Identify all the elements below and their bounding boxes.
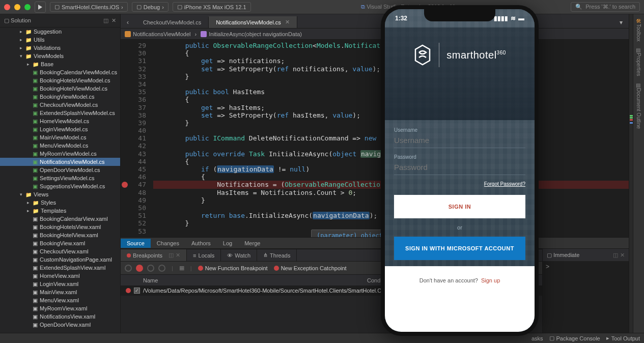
tree-item[interactable]: ▣MenuView.xaml [0,296,120,304]
tab-watch[interactable]: 👁Watch [221,249,257,261]
close-tab-icon[interactable]: ✕ [285,19,290,25]
tree-item[interactable]: ▸📁Base [0,60,120,68]
document-outline-tab[interactable]: ▤Document Outline [636,82,641,129]
expand-icon[interactable]: ▸ [18,37,23,42]
tasks-button[interactable]: asks [531,335,543,341]
bp-enable-icon[interactable] [125,265,132,272]
tab-overflow[interactable]: ▾ [618,17,629,28]
tree-item[interactable]: ▣MainView.xaml [0,288,120,296]
tree-item[interactable]: ▣HomeView.xaml [0,272,120,280]
package-console-button[interactable]: ▢Package Console [549,335,600,341]
tree-item[interactable]: ▣MainViewModel.cs [0,133,120,141]
expand-icon[interactable]: ▾ [18,53,23,59]
panel-close-icon[interactable]: ✕ [111,17,116,24]
panel-close-icon[interactable]: ✕ [176,252,180,259]
tree-item[interactable]: ▣BookingViewModel.cs [0,93,120,101]
panel-dock-icon[interactable]: ◫ [103,17,108,24]
tab-notifications[interactable]: NotificationsViewModel.cs ✕ [209,16,297,28]
subtab-merge[interactable]: Merge [238,239,266,248]
solution-tree[interactable]: ▸📁Suggestion▸📁Utils▸📁Validations▾📁ViewMo… [0,27,120,333]
expand-icon[interactable]: ▸ [25,208,31,213]
immediate-input[interactable]: > [543,261,629,333]
toolbox-tab[interactable]: 🛠Toolbox [636,18,641,41]
expand-icon[interactable]: ▸ [18,45,23,50]
sign-in-button[interactable]: SIGN IN [394,195,525,218]
new-exception-catchpoint[interactable]: New Exception Catchpoint [274,265,347,271]
username-input[interactable] [394,134,525,148]
tree-item[interactable]: ▣OpenDoorViewModel.cs [0,166,120,174]
tree-item[interactable]: ▣BookingHotelView.xaml [0,231,120,239]
expand-icon[interactable]: ▸ [25,200,31,205]
tab-locals[interactable]: ≡Locals [187,249,221,261]
tree-item[interactable]: ▸📁Validations [0,44,120,52]
tab-checkout[interactable]: CheckoutViewModel.cs [136,17,209,28]
expand-icon[interactable]: ▸ [25,62,31,67]
bp-columns-icon[interactable]: ▦ [179,265,184,271]
subtab-authors[interactable]: Authors [185,239,217,248]
tab-threads[interactable]: ⋔Threads [257,249,297,261]
properties-tab[interactable]: ▤Properties [636,47,641,76]
tool-output-button[interactable]: ▸Tool Output [606,335,640,341]
bp-delete-icon[interactable] [147,265,154,272]
tree-item[interactable]: ▣ExtendedSplashViewModel.cs [0,109,120,117]
tree-item[interactable]: ▸📁Templates [0,207,120,215]
maximize-window-icon[interactable] [24,4,31,10]
tree-item[interactable]: ▣ExtendedSplashView.xaml [0,264,120,272]
tree-item[interactable]: ▣BookingHotelViewModel.cs [0,84,120,93]
panel-close-icon[interactable]: ✕ [620,252,625,259]
close-window-icon[interactable] [4,4,10,10]
tree-item[interactable]: ▸📁Suggestion [0,27,120,36]
tree-item[interactable]: ▣BookingCalendarViewModel.cs [0,68,120,76]
bp-clear-icon[interactable] [158,265,165,272]
subtab-changes[interactable]: Changes [151,239,185,248]
global-search[interactable]: 🔍 Press '⌘.' to search [571,2,640,12]
new-function-breakpoint[interactable]: New Function Breakpoint [198,265,268,271]
tree-item[interactable]: ▣BookingHotelsView.xaml [0,223,120,231]
breakpoint-icon[interactable] [122,182,128,188]
tree-item[interactable]: ▣BookingHotelsViewModel.cs [0,76,120,84]
tree-item[interactable]: ▣NotificationsView.xaml [0,312,120,321]
tree-item[interactable]: ▣HomeViewModel.cs [0,117,120,125]
minimap[interactable] [629,14,633,333]
subtab-source[interactable]: Source [121,239,151,248]
tree-item[interactable]: ▣CustomNavigationPage.xaml [0,255,120,264]
panel-dock-icon[interactable]: ◫ [613,252,618,259]
tree-item[interactable]: ▸📁Styles [0,198,120,207]
tree-item[interactable]: ▣MyRoomView.xaml [0,304,120,312]
tree-item[interactable]: ▣SettingsViewModel.cs [0,174,120,182]
tree-item[interactable]: ▣LoginView.xaml [0,280,120,288]
panel-dock-icon[interactable]: ◫ [169,252,174,259]
minimize-window-icon[interactable] [14,4,20,10]
password-input[interactable] [394,161,525,175]
tree-item[interactable]: ▣OpenDoorView.xaml [0,321,120,329]
tree-item[interactable]: ▣LoginViewModel.cs [0,125,120,133]
ms-sign-in-button[interactable]: SIGN IN WITH MICROSOFT ACCOUNT [394,237,525,260]
tree-item-label: CheckoutView.xaml [40,248,89,254]
tree-item[interactable]: ▾📁Views [0,190,120,198]
tree-item[interactable]: ▣MenuViewModel.cs [0,141,120,150]
tree-item[interactable]: ▸📁Utils [0,36,120,44]
forgot-password-link[interactable]: Forgot Password? [394,181,525,187]
sign-up-link[interactable]: Sign up [481,277,500,283]
tab-breakpoints[interactable]: Breakpoints ◫✕ [121,249,187,261]
code-editor[interactable]: 2930313233343536373839404142434445464748… [121,40,629,237]
tree-item[interactable]: ▣CheckoutView.xaml [0,247,120,255]
bp-disable-icon[interactable] [136,265,143,272]
config-selector[interactable]: ▢Debug› [132,2,169,12]
expand-icon[interactable]: ▸ [18,29,23,34]
breakpoint-enable-checkbox[interactable]: ✓ [134,288,140,294]
run-button[interactable] [35,2,46,13]
tree-item[interactable]: ▾📁ViewModels [0,52,120,60]
tree-item[interactable]: ▣BookingView.xaml [0,239,120,247]
tree-item[interactable]: ▣CheckoutViewModel.cs [0,101,120,109]
expand-icon[interactable]: ▾ [18,192,23,197]
subtab-log[interactable]: Log [217,239,238,248]
device-selector[interactable]: ▢iPhone XS Max iOS 12.1 [173,2,251,12]
tree-item[interactable]: ▣SuggestionsViewModel.cs [0,182,120,190]
tree-item[interactable]: ▣MyRoomViewModel.cs [0,150,120,158]
tab-history-back[interactable]: ‹ [125,17,136,28]
tree-item[interactable]: ▣BookingCalendarView.xaml [0,215,120,223]
breadcrumb[interactable]: NotificationsViewModel › InitializeAsync… [121,28,629,40]
project-selector[interactable]: ▢SmartHotel.Clients.iOS› [50,2,128,12]
tree-item[interactable]: ▣NotificationsViewModel.cs [0,158,120,166]
